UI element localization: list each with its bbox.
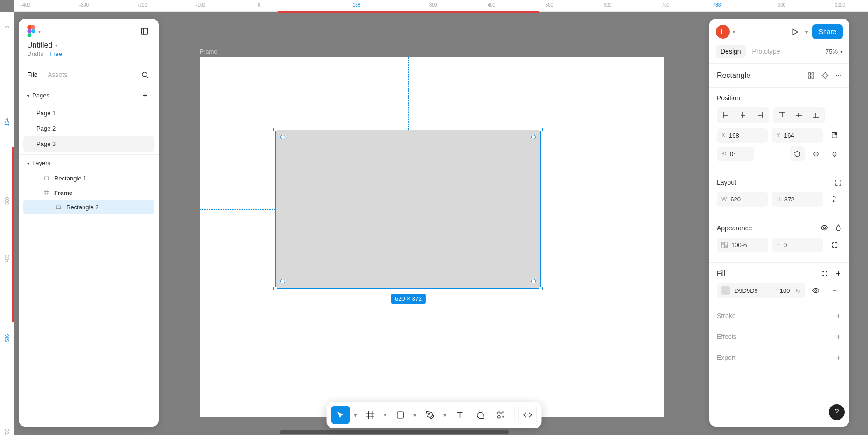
page-item[interactable]: Page 3 [23,136,154,152]
zoom-level[interactable]: 75%▾ [826,48,843,55]
opacity-input[interactable]: 100% [717,238,768,252]
chevron-down-icon[interactable]: ▾ [55,43,57,48]
flip-v-icon[interactable] [827,146,842,161]
radius-handle-sw[interactable] [280,279,285,283]
add-fill-icon[interactable] [835,270,842,277]
search-icon[interactable] [139,69,150,80]
radius-handle-nw[interactable] [280,135,285,139]
fill-color-input[interactable]: D9D9D9 100 % [717,283,805,298]
sidebar-toggle-icon[interactable] [139,26,150,37]
free-badge[interactable]: Free [49,50,62,57]
width-input[interactable]: W620 [717,192,768,207]
fill-swatch[interactable] [721,286,730,295]
resize-handle-sw[interactable] [273,287,277,290]
align-vcenter-icon[interactable] [791,108,807,122]
page-item[interactable]: Page 2 [23,121,154,136]
y-input[interactable]: Y164 [772,128,823,143]
radius-input[interactable]: ⌐0 [772,238,823,252]
layer-item[interactable]: Frame [23,186,154,200]
svg-marker-12 [793,29,798,34]
chevron-down-icon[interactable]: ▾ [27,161,29,166]
abs-position-icon[interactable] [827,128,842,143]
fill-styles-icon[interactable] [821,270,828,277]
align-left-icon[interactable] [718,108,735,122]
svg-rect-16 [812,76,814,78]
more-icon[interactable]: ⋯ [835,72,842,79]
radius-handle-se[interactable] [531,279,536,283]
resize-handle-ne[interactable] [539,128,543,131]
add-stroke-icon[interactable] [835,312,842,319]
selected-rectangle[interactable] [275,130,541,289]
horizontal-scrollbar[interactable] [280,430,509,434]
remove-fill-icon[interactable] [827,283,842,298]
figma-logo-icon[interactable] [27,25,35,37]
link-wh-icon[interactable] [827,192,842,207]
radius-per-corner-icon[interactable] [827,237,842,252]
position-heading: Position [717,94,842,102]
pen-tool[interactable] [421,406,440,424]
rotate-90-icon[interactable] [790,146,805,161]
chevron-down-icon[interactable]: ▾ [805,29,808,35]
drafts-label[interactable]: Drafts [27,50,43,57]
left-panel: ▾ Untitled ▾ Drafts Free File Assets ▾Pa… [19,19,159,427]
tab-design[interactable]: Design [716,45,746,58]
align-top-icon[interactable] [774,108,791,122]
text-tool[interactable] [451,406,469,424]
frame-label[interactable]: Frame [200,48,217,55]
frame-tool-dropdown[interactable]: ▾ [382,412,389,419]
move-tool[interactable] [331,406,350,424]
page-item[interactable]: Page 1 [23,105,154,121]
move-tool-dropdown[interactable]: ▾ [352,412,359,419]
layout-heading: Layout [717,179,736,186]
blend-icon[interactable] [835,224,842,232]
svg-point-60 [502,412,504,414]
layer-item[interactable]: Rectangle 2 [23,200,154,214]
layer-item[interactable]: Rectangle 1 [23,171,154,186]
pen-tool-dropdown[interactable]: ▾ [441,412,449,419]
help-button[interactable]: ? [829,404,845,420]
autolayout-icon[interactable] [835,179,842,186]
align-hcenter-icon[interactable] [735,108,751,122]
rotation-input[interactable]: ⟲0° [717,147,754,161]
svg-rect-35 [722,242,725,245]
shape-tool[interactable] [391,406,410,424]
align-bottom-icon[interactable] [807,108,824,122]
radius-handle-ne[interactable] [531,135,536,139]
layers-heading[interactable]: Layers [32,159,50,166]
fill-visibility-icon[interactable] [808,283,823,298]
frame-tool[interactable] [361,406,380,424]
play-icon[interactable] [790,26,801,37]
height-input[interactable]: H372 [772,192,823,207]
chevron-down-icon[interactable]: ▾ [27,93,29,98]
pages-heading[interactable]: Pages [32,92,49,99]
dev-mode-tool[interactable] [518,406,537,424]
tab-assets[interactable]: Assets [48,71,67,78]
resize-handle-nw[interactable] [273,128,277,131]
flip-h-icon[interactable] [808,146,823,161]
svg-point-38 [826,271,827,272]
svg-point-56 [428,413,429,414]
add-effects-icon[interactable] [835,333,842,340]
svg-rect-30 [835,133,837,135]
svg-point-39 [822,274,824,276]
visibility-icon[interactable] [820,224,828,232]
chevron-down-icon[interactable]: ▾ [38,29,41,34]
component-icon[interactable] [807,72,815,79]
chevron-down-icon[interactable]: ▾ [733,29,735,35]
add-export-icon[interactable] [835,354,842,361]
comment-tool[interactable] [471,406,490,424]
add-page-button[interactable] [139,90,150,101]
share-button[interactable]: Share [812,24,843,39]
fill-heading: Fill [717,269,725,277]
svg-rect-55 [397,412,403,418]
tab-file[interactable]: File [27,71,38,78]
align-right-icon[interactable] [751,108,768,122]
avatar[interactable]: L [716,25,730,39]
tab-prototype[interactable]: Prototype [748,45,785,58]
shape-tool-dropdown[interactable]: ▾ [412,412,419,419]
x-input[interactable]: X168 [717,128,768,143]
actions-tool[interactable] [492,406,511,424]
document-title[interactable]: Untitled [27,41,52,49]
resize-handle-se[interactable] [539,287,543,290]
variant-icon[interactable] [821,72,829,79]
